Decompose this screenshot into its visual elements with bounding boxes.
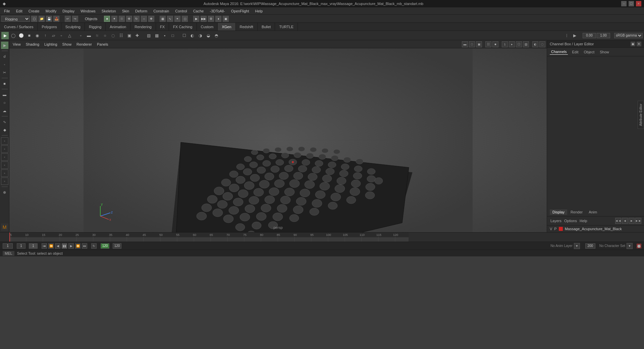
menu-openflight[interactable]: OpenFlight: [228, 8, 252, 14]
play-back-btn[interactable]: ◀: [55, 243, 60, 249]
tab-animation[interactable]: Animation: [106, 23, 130, 31]
surface-icon-btn[interactable]: ■: [25, 32, 33, 39]
layer-nav-2[interactable]: ◄: [622, 218, 628, 224]
wireframe-btn[interactable]: ▫: [77, 32, 85, 39]
tab-channels[interactable]: Channels: [550, 49, 568, 55]
viewport-canvas[interactable]: z y x persp: [9, 48, 547, 232]
menu-3dtoall[interactable]: -3DToAll-: [207, 8, 227, 14]
vp-camera-btn[interactable]: ▬: [462, 41, 468, 47]
layer-nav-4[interactable]: ►►: [635, 218, 641, 224]
universal-manip-btn[interactable]: ✥: [148, 16, 154, 22]
move-btn[interactable]: ✜: [126, 16, 132, 22]
save-scene-btn[interactable]: 💾: [46, 16, 52, 22]
help-tab[interactable]: Help: [579, 218, 588, 223]
surface-tool-left[interactable]: ◆: [1, 126, 8, 134]
layer-nav-3[interactable]: ►: [629, 218, 635, 224]
menu-constrain[interactable]: Constrain: [151, 8, 172, 14]
snap-tool-left[interactable]: ⊕: [1, 189, 8, 196]
toolbox-6[interactable]: ▫: [1, 178, 8, 185]
tab-edit[interactable]: Edit: [571, 49, 580, 55]
select-tool-btn[interactable]: ■: [104, 16, 110, 22]
render-view-btn[interactable]: ▣: [223, 16, 229, 22]
script-mode-label[interactable]: MEL: [3, 251, 14, 256]
step-back-btn[interactable]: ⏪: [48, 243, 54, 249]
vp-smooth-btn[interactable]: ▧: [523, 41, 529, 47]
layer-nav-1[interactable]: ◄◄: [615, 218, 621, 224]
smooth-quality-btn[interactable]: ▪: [161, 32, 168, 39]
shadow-btn[interactable]: ◌: [109, 32, 117, 39]
range-end-input[interactable]: [101, 243, 109, 249]
tab-rigging[interactable]: Rigging: [85, 23, 106, 31]
mode-dropdown[interactable]: Rigging Modeling Animation Rendering: [1, 16, 30, 22]
tab-fx[interactable]: FX: [156, 23, 169, 31]
undo-btn[interactable]: ↩: [65, 16, 71, 22]
play-btn[interactable]: ▶: [68, 243, 74, 249]
step-fwd-btn[interactable]: ⏩: [75, 243, 80, 249]
timeline-area[interactable]: 5 10 15 20 25 30 35 40 45 50 55 60 65 70…: [0, 232, 644, 242]
measure-tool-left[interactable]: ■: [1, 80, 8, 87]
close-button[interactable]: ✕: [636, 1, 641, 6]
tab-anim[interactable]: Anim: [586, 209, 600, 215]
render-settings-btn[interactable]: ⚙: [208, 16, 214, 22]
menu-deform[interactable]: Deform: [132, 8, 150, 14]
tab-custom[interactable]: Custom: [197, 23, 218, 31]
menu-create[interactable]: Create: [26, 8, 42, 14]
menu-skin[interactable]: Skin: [119, 8, 132, 14]
tab-xgen[interactable]: XGen: [218, 23, 235, 31]
tab-redshift[interactable]: Redshift: [236, 23, 258, 31]
lasso-select-btn[interactable]: ✦: [111, 16, 117, 22]
vp-menu-panels[interactable]: Panels: [95, 42, 110, 47]
snap-curve-btn[interactable]: ∿: [167, 16, 173, 22]
snap-grid-btn[interactable]: ▦: [160, 16, 166, 22]
sculpt-tool-left[interactable]: ◦: [1, 61, 8, 68]
save-as-btn[interactable]: 📥: [53, 16, 59, 22]
ellipse-select-btn[interactable]: ⚪: [17, 32, 25, 39]
paint-tool-left[interactable]: ☌: [1, 53, 8, 60]
menu-edit[interactable]: Edit: [13, 8, 25, 14]
menu-modify[interactable]: Modify: [43, 8, 59, 14]
vp-menu-shading[interactable]: Shading: [24, 42, 41, 47]
panel-close-btn[interactable]: ✕: [637, 42, 641, 46]
open-scene-btn[interactable]: 📁: [39, 16, 45, 22]
menu-windows[interactable]: Windows: [78, 8, 98, 14]
panel-pin-btn[interactable]: ◉: [631, 42, 635, 46]
select-tool-left[interactable]: ▶: [1, 42, 8, 49]
vp-menu-renderer[interactable]: Renderer: [74, 42, 94, 47]
coord-value2[interactable]: [597, 33, 610, 38]
toolbox-2[interactable]: ▫: [1, 145, 8, 153]
vp-menu-lighting[interactable]: Lighting: [42, 42, 59, 47]
coord-x-btn[interactable]: ▶: [568, 32, 581, 39]
isolate-btn[interactable]: ☐: [180, 32, 188, 39]
scale-btn[interactable]: ↔: [141, 16, 147, 22]
tab-sculpting[interactable]: Sculpting: [61, 23, 85, 31]
minimize-button[interactable]: −: [621, 1, 627, 6]
go-to-start-btn[interactable]: ⏮: [42, 243, 47, 249]
attr-editor-tab[interactable]: Attribute Editor: [638, 101, 644, 129]
vp-hud-btn[interactable]: ■: [492, 41, 498, 47]
vp-quality-1[interactable]: 1: [502, 41, 508, 47]
menu-file[interactable]: File: [1, 8, 13, 14]
vp-quality-2[interactable]: ▸: [509, 41, 515, 47]
menu-display[interactable]: Display: [60, 8, 77, 14]
go-to-end-btn[interactable]: ⏭: [82, 243, 87, 249]
ao-btn[interactable]: ◐: [189, 32, 196, 39]
tab-display[interactable]: Display: [550, 209, 567, 215]
grid-btn[interactable]: ☷: [117, 32, 125, 39]
vp-menu-show[interactable]: Show: [60, 42, 74, 47]
camera-tool-left[interactable]: ▬: [1, 91, 8, 98]
toolbox-1[interactable]: ▫: [1, 137, 8, 145]
new-scene-btn[interactable]: ▢: [31, 16, 37, 22]
smooth-shade-btn[interactable]: ▬: [85, 32, 93, 39]
circle-select-btn[interactable]: ◯: [9, 32, 17, 39]
toolbox-3[interactable]: ▫: [1, 153, 8, 161]
snap-point-btn[interactable]: ⚭: [174, 16, 180, 22]
texture-btn[interactable]: ◾: [93, 32, 101, 39]
vp-menu-view[interactable]: View: [11, 42, 23, 47]
coord-value1[interactable]: [583, 33, 596, 38]
stop-btn[interactable]: ▮▮: [62, 243, 67, 249]
vp-ao-btn[interactable]: ◐: [532, 41, 538, 47]
vp-grid-toggle-btn[interactable]: ☷: [485, 41, 491, 47]
tab-curves-surfaces[interactable]: Curves / Surfaces: [0, 23, 38, 31]
tri-icon-btn[interactable]: △: [66, 32, 73, 39]
layer-v[interactable]: V: [550, 227, 552, 231]
